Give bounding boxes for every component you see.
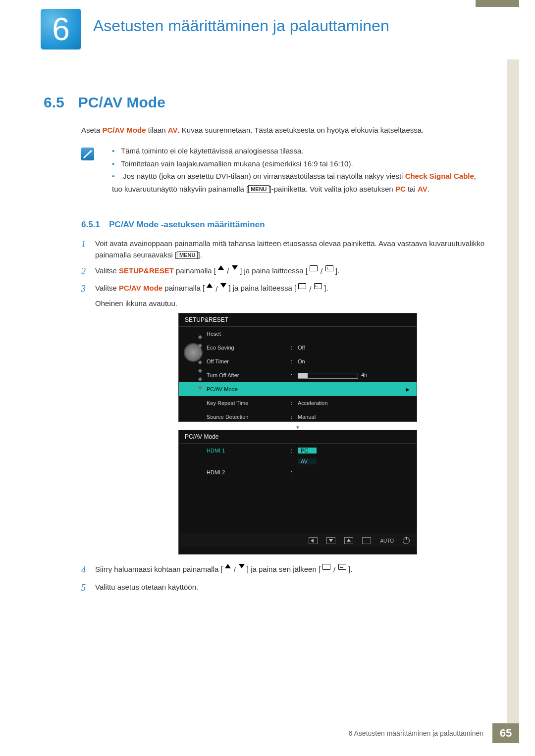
step: 5 Valittu asetus otetaan käyttöön.	[81, 581, 485, 595]
step-number: 4	[81, 563, 95, 577]
menu-button-label: MENU	[248, 185, 269, 193]
select-enter-icon: /	[308, 265, 335, 277]
option-pc[interactable]: PC	[298, 448, 317, 454]
nav-up-icon[interactable]	[344, 537, 353, 544]
nav-down-icon[interactable]	[326, 537, 335, 544]
osd-title: SETUP&RESET	[179, 313, 417, 327]
term-av: AV	[168, 126, 178, 134]
osd-row-offtimer[interactable]: Off Timer:On	[179, 354, 417, 368]
nav-enter-icon[interactable]	[362, 537, 371, 544]
page-footer: 6 Asetusten määrittäminen ja palauttamin…	[0, 723, 519, 743]
chapter-number: 6	[52, 11, 70, 48]
subsection-title: PC/AV Mode -asetuksen määrittäminen	[109, 220, 265, 229]
section-title: PC/AV Mode	[78, 94, 165, 111]
osd-row-hdmi1-av[interactable]: AV	[179, 457, 417, 465]
step: 2 Valitse SETUP&RESET painamalla [/] ja …	[81, 265, 485, 279]
step-subtext: Oheinen ikkuna avautuu.	[95, 298, 485, 309]
step: 1 Voit avata avainoppaan painamalla mitä…	[81, 238, 485, 261]
osd-title: PC/AV Mode	[179, 430, 417, 444]
nav-left-icon[interactable]	[309, 537, 318, 544]
nav-auto[interactable]: AUTO	[380, 538, 394, 544]
osd-row-sourcedet[interactable]: Source Detection:Manual	[179, 410, 417, 424]
up-down-icon: /	[223, 564, 247, 575]
note-item: Jos näyttö (joka on asetettu DVI-tilaan)…	[112, 170, 485, 195]
subsection-number: 6.5.1	[81, 220, 100, 229]
up-down-icon: /	[216, 265, 240, 277]
osd-pcav-mode: PC/AV Mode HDMI 1: PC AV HDMI 2: AUTO	[178, 430, 417, 554]
osd-row-hdmi2[interactable]: HDMI 2:	[179, 465, 417, 479]
osd-nav: AUTO	[179, 534, 417, 547]
term-av: AV	[418, 185, 428, 193]
chapter-title: Asetusten määrittäminen ja palauttaminen	[93, 17, 389, 35]
slider-bar	[298, 373, 358, 379]
chapter-number-badge: 6	[40, 8, 82, 50]
decor-top-bar	[476, 0, 519, 7]
chevron-right-icon: ▶	[406, 387, 410, 392]
osd-row-keyrepeat[interactable]: Key Repeat Time:Acceleration	[179, 396, 417, 410]
up-down-icon: /	[205, 283, 228, 295]
osd-setup-reset: SETUP&RESET Reset Eco Saving:Off Off Tim…	[178, 313, 417, 422]
term-pcav: PC/AV Mode	[103, 126, 146, 134]
footer-text: 6 Asetusten määrittäminen ja palauttamin…	[340, 723, 492, 743]
decor-right-bar	[507, 59, 519, 723]
menu-button-label: MENU	[177, 251, 198, 259]
note-list: Tämä toiminto ei ole käytettävissä analo…	[112, 145, 485, 195]
option-av[interactable]: AV	[298, 458, 317, 464]
intro-paragraph: Aseta PC/AV Mode tilaan AV. Kuvaa suuren…	[81, 125, 485, 136]
section-number: 6.5	[44, 94, 64, 111]
power-icon[interactable]	[403, 537, 410, 544]
footer-page-number: 65	[492, 723, 519, 743]
osd-row-turnoff[interactable]: Turn Off After: 4h	[179, 368, 417, 382]
term-check-signal: Check Signal Cable	[405, 172, 474, 180]
osd-row-eco[interactable]: Eco Saving:Off	[179, 341, 417, 354]
step: 4 Siirry haluamaasi kohtaan painamalla […	[81, 563, 485, 577]
step-number: 5	[81, 581, 95, 595]
step: 3 Valitse PC/AV Mode painamalla [/] ja p…	[81, 282, 485, 309]
term-pcav: PC/AV Mode	[119, 284, 162, 292]
osd-markers	[199, 330, 204, 407]
term-setup-reset: SETUP&RESET	[119, 266, 174, 275]
select-enter-icon: /	[321, 564, 348, 575]
osd-row-hdmi1[interactable]: HDMI 1: PC	[179, 444, 417, 457]
step-number: 2	[81, 265, 95, 279]
term-pc: PC	[395, 185, 406, 193]
select-enter-icon: /	[296, 283, 324, 295]
note-item: Tämä toiminto ei ole käytettävissä analo…	[112, 145, 485, 157]
note-item: Toimitetaan vain laajakuvamallien mukana…	[112, 157, 485, 170]
note-icon	[81, 148, 94, 160]
step-number: 1	[81, 238, 95, 261]
osd-row-reset[interactable]: Reset	[179, 327, 417, 341]
osd-row-pcav[interactable]: PC/AV Mode▶	[179, 382, 417, 396]
step-number: 3	[81, 282, 95, 309]
